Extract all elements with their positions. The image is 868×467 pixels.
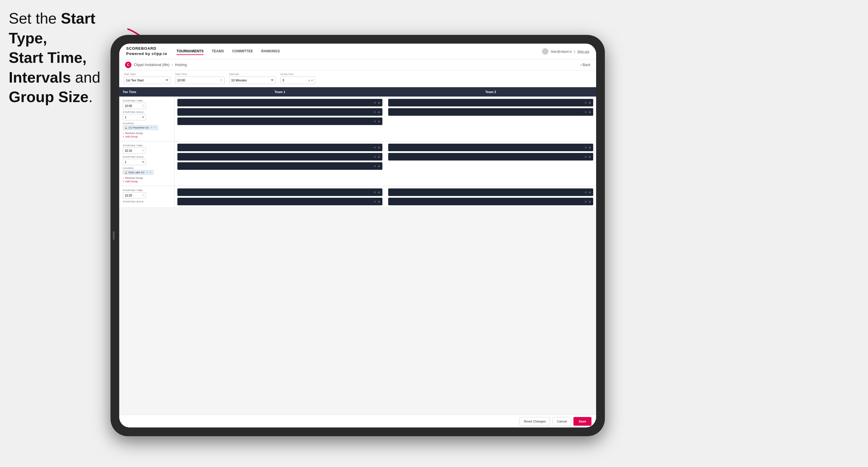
player-expand-4-2[interactable]: ⊕ (589, 155, 591, 158)
course-tag-1: ⛳ (A) Peachtree GC ✕ ✎ (123, 125, 158, 130)
starting-time-label-3: STARTING TIME: (123, 189, 171, 192)
player-row-1-1: ✕ ⊕ (177, 99, 382, 106)
player-expand-3-3[interactable]: ⊕ (378, 164, 380, 168)
group-size-arrows: ▲▼ (308, 79, 313, 82)
course-edit-1[interactable]: ✎ (154, 126, 156, 129)
settings-row: Start Type 1st Tee Start Shotgun Start S… (119, 70, 596, 87)
group-row-1: STARTING TIME: ⏱ STARTING HOLE: 110 COUR… (119, 97, 596, 141)
course-remove-1[interactable]: ✕ (151, 126, 153, 129)
player-close-6-1[interactable]: ✕ (585, 191, 587, 194)
clock-icon: ⏱ (220, 79, 223, 82)
group-2-team2: ✕ ⊕ ✕ ⊕ (385, 141, 596, 186)
time-icon-2: ⏱ (142, 149, 145, 152)
starting-time-label-1: STARTING TIME: (123, 99, 171, 102)
course-remove-2[interactable]: ✕ (146, 171, 148, 174)
starting-time-label-2: STARTING TIME: (123, 144, 171, 147)
footer-bar: Reset Changes Cancel Save (119, 415, 596, 428)
starting-hole-label-2: STARTING HOLE: (123, 156, 171, 158)
remove-group-btn-2[interactable]: ○ Remove Group (123, 177, 171, 179)
player-expand-3-2[interactable]: ⊕ (378, 155, 380, 158)
starting-hole-label-1: STARTING HOLE: (123, 111, 171, 114)
course-edit-2[interactable]: ✎ (150, 171, 152, 174)
add-group-btn-1[interactable]: + Add Group (123, 135, 171, 138)
save-button[interactable]: Save (574, 417, 591, 426)
player-expand-5-1[interactable]: ⊕ (378, 191, 380, 194)
player-close-1-3[interactable]: ✕ (374, 120, 376, 123)
player-expand-5-2[interactable]: ⊕ (378, 200, 380, 203)
tournament-breadcrumb[interactable]: Clippd Invitational (Me) (134, 63, 169, 67)
player-expand-1-1[interactable]: ⊕ (378, 101, 380, 104)
player-expand-1-2[interactable]: ⊕ (378, 111, 380, 114)
group-3-left: STARTING TIME: ⏱ STARTING HOLE: (119, 186, 175, 208)
sign-out-link[interactable]: Sign out (578, 50, 589, 53)
tablet-screen: SCOREBOARD Powered by clipp.io TOURNAMEN… (119, 43, 596, 428)
player-row-6-1: ✕ ⊕ (388, 188, 593, 196)
group-3-team1: ✕ ⊕ ✕ ⊕ (175, 186, 385, 208)
player-close-6-2[interactable]: ✕ (585, 200, 587, 203)
player-close-4-2[interactable]: ✕ (585, 155, 587, 158)
player-expand-3-1[interactable]: ⊕ (378, 146, 380, 149)
player-close-1-1[interactable]: ✕ (374, 101, 376, 104)
add-group-label-2: Add Group (125, 180, 138, 183)
cancel-button[interactable]: Cancel (553, 417, 571, 426)
intervals-wrapper: 10 Minutes 8 Minutes 12 Minutes (229, 76, 276, 84)
player-close-3-2[interactable]: ✕ (374, 155, 376, 158)
player-row-2-2: ✕ ⊕ (388, 108, 593, 116)
player-expand-2-2[interactable]: ⊕ (589, 111, 591, 114)
player-row-3-3: ✕ ⊕ (177, 162, 382, 170)
nav-rankings[interactable]: RANKINGS (261, 48, 280, 55)
starting-hole-select-2[interactable]: 110 (123, 159, 146, 165)
navbar: SCOREBOARD Powered by clipp.io TOURNAMEN… (119, 43, 596, 59)
nav-links: TOURNAMENTS TEAMS COMMITTEE RANKINGS (177, 48, 542, 55)
player-close-5-1[interactable]: ✕ (374, 191, 376, 194)
remove-group-label-2: Remove Group (125, 177, 143, 179)
add-icon-1: + (123, 135, 124, 138)
main-content: Tee Time Team 1 Team 2 STARTING TIME: ⏱ … (119, 87, 596, 415)
player-expand-1-3[interactable]: ⊕ (378, 120, 380, 123)
intervals-select[interactable]: 10 Minutes 8 Minutes 12 Minutes (229, 76, 276, 84)
start-type-label: Start Type (124, 73, 170, 75)
start-type-select[interactable]: 1st Tee Start Shotgun Start (124, 76, 170, 84)
course-name-2: East Lake GC (128, 171, 145, 174)
nav-tournaments[interactable]: TOURNAMENTS (177, 48, 204, 55)
user-email: blair@clippd.io (551, 50, 572, 53)
breadcrumb-bar: C Clippd Invitational (Me) > Hosting ‹ B… (119, 59, 596, 70)
breadcrumb-logo: C (125, 62, 131, 68)
reset-button[interactable]: Reset Changes (519, 417, 550, 426)
course-tag-2: ⛳ East Lake GC ✕ ✎ (123, 170, 154, 175)
starting-time-row-2: ⏱ (123, 148, 171, 154)
starting-time-row-1: ⏱ (123, 103, 171, 109)
remove-icon-1: ○ (123, 132, 124, 135)
start-time-label: Start Time (175, 73, 224, 75)
player-row-1-3: ✕ ⊕ (177, 118, 382, 125)
player-close-3-1[interactable]: ✕ (374, 146, 376, 149)
player-close-1-2[interactable]: ✕ (374, 111, 376, 114)
nav-committee[interactable]: COMMITTEE (232, 48, 253, 55)
col-team1: Team 1 (175, 90, 385, 94)
player-expand-6-1[interactable]: ⊕ (589, 191, 591, 194)
player-expand-6-2[interactable]: ⊕ (589, 200, 591, 203)
player-close-5-2[interactable]: ✕ (374, 200, 376, 203)
add-group-btn-2[interactable]: + Add Group (123, 180, 171, 183)
player-close-4-1[interactable]: ✕ (585, 146, 587, 149)
start-time-input[interactable] (175, 76, 224, 84)
group-1-left: STARTING TIME: ⏱ STARTING HOLE: 110 COUR… (119, 97, 175, 141)
course-name-1: (A) Peachtree GC (128, 126, 150, 129)
player-row-6-2: ✕ ⊕ (388, 198, 593, 205)
player-expand-4-1[interactable]: ⊕ (589, 146, 591, 149)
starting-hole-row-2: 110 (123, 159, 171, 165)
start-type-wrapper: 1st Tee Start Shotgun Start (124, 76, 170, 84)
nav-teams[interactable]: TEAMS (212, 48, 224, 55)
group-size-group: Group Size ▲▼ (280, 73, 315, 84)
starting-hole-select-1[interactable]: 110 (123, 114, 146, 120)
time-icon-1: ⏱ (142, 104, 145, 107)
player-expand-2-1[interactable]: ⊕ (589, 101, 591, 104)
course-icon-1: ⛳ (124, 126, 127, 129)
player-close-2-2[interactable]: ✕ (585, 111, 587, 114)
remove-group-btn-1[interactable]: ○ Remove Group (123, 132, 171, 135)
group-size-wrapper: ▲▼ (280, 76, 315, 84)
back-button[interactable]: ‹ Back (581, 63, 590, 67)
player-close-3-3[interactable]: ✕ (374, 164, 376, 168)
tablet-frame: SCOREBOARD Powered by clipp.io TOURNAMEN… (111, 35, 605, 436)
player-close-2-1[interactable]: ✕ (585, 101, 587, 104)
